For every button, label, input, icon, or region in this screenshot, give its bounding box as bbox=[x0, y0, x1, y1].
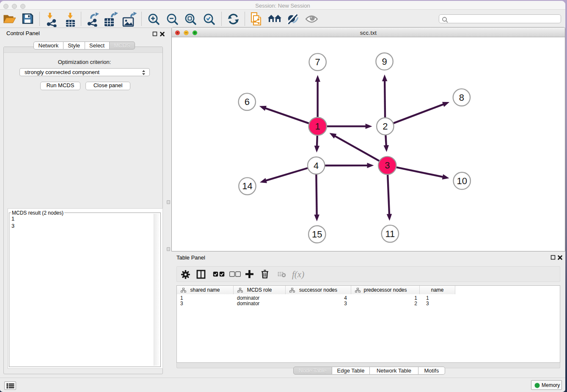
svg-text:8: 8 bbox=[459, 92, 464, 103]
svg-text:10: 10 bbox=[457, 176, 467, 186]
svg-text:15: 15 bbox=[312, 229, 322, 240]
svg-text:2: 2 bbox=[383, 121, 388, 132]
svg-text:3: 3 bbox=[385, 160, 390, 171]
svg-text:11: 11 bbox=[385, 229, 395, 239]
svg-text:9: 9 bbox=[382, 56, 387, 67]
svg-text:14: 14 bbox=[242, 181, 252, 191]
svg-text:4: 4 bbox=[314, 160, 319, 171]
svg-text:7: 7 bbox=[315, 57, 320, 67]
svg-text:6: 6 bbox=[245, 97, 250, 107]
svg-text:1: 1 bbox=[315, 121, 320, 132]
